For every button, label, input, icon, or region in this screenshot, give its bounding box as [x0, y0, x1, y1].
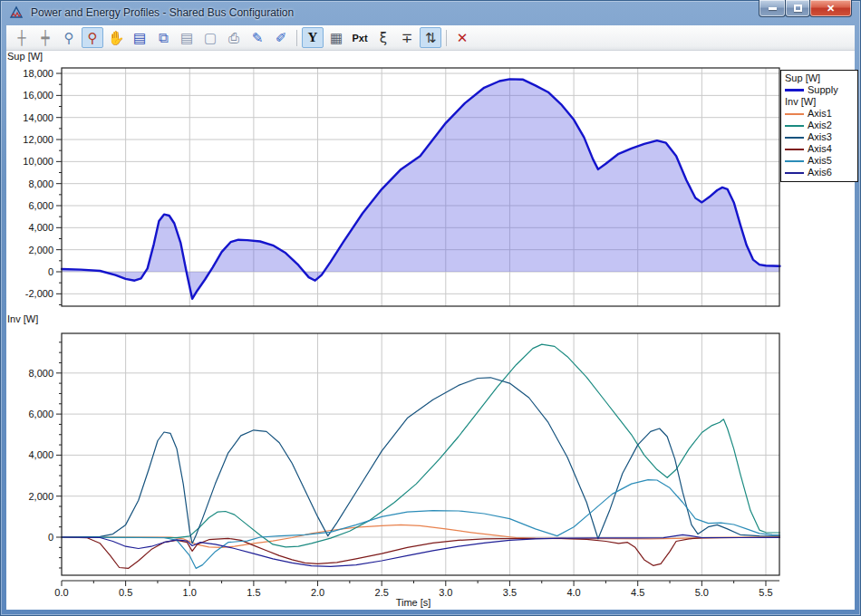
x-tick-label: 2.0	[311, 587, 324, 598]
x-tick-label: 3.0	[439, 587, 452, 598]
legend-line-sample	[785, 172, 804, 174]
window-title: Power and Energy Profiles - Shared Bus C…	[31, 6, 294, 19]
legend-entry-supply[interactable]: Supply	[785, 84, 857, 96]
legend-line-sample	[785, 160, 804, 162]
x-tick-label: 0.5	[119, 587, 132, 598]
legend-entry-axis2[interactable]: Axis2	[785, 120, 857, 131]
zoom-range-icon[interactable]: ⚲	[58, 27, 80, 48]
legend-entry-axis3[interactable]: Axis3	[785, 131, 857, 143]
print-icon[interactable]: ⎙	[223, 27, 245, 48]
charts-canvas[interactable]: -2,00002,0004,0006,0008,00010,00012,0001…	[6, 51, 855, 610]
legend-entry-axis1[interactable]: Axis1	[785, 108, 857, 120]
zoom-fit-icon[interactable]: ⚲	[82, 27, 103, 48]
legend-label: Axis1	[808, 108, 832, 120]
damper-icon[interactable]: ∓	[396, 27, 418, 48]
signals-icon[interactable]: ✕	[451, 27, 473, 48]
y-tick-label: 0	[48, 266, 53, 277]
legend-line-sample	[785, 149, 804, 150]
top-chart-ylabel: Sup [W]	[7, 51, 43, 62]
y-tick-label: 6,000	[28, 200, 53, 211]
x-tick-label: 0.0	[54, 587, 68, 598]
y-tick-label: 6,000	[28, 409, 53, 419]
x-tick-label: 4.5	[631, 587, 644, 598]
annotate-icon[interactable]: ✐	[270, 27, 292, 48]
y-tick-label: 2,000	[28, 491, 53, 502]
chart-area: -2,00002,0004,0006,0008,00010,00012,0001…	[6, 51, 855, 610]
legend-label: Axis5	[808, 155, 832, 167]
legend-header: Sup [W]	[785, 72, 857, 84]
spring-icon[interactable]: ξ	[372, 27, 394, 48]
print-preview-icon[interactable]: ▢	[199, 27, 221, 48]
sep2	[446, 30, 447, 46]
x-tick-label: 2.5	[375, 587, 389, 598]
y-tick-label: 4,000	[28, 449, 53, 460]
cursor-icon[interactable]: ┼	[11, 27, 33, 48]
legend-line-sample	[785, 137, 804, 139]
pan-icon[interactable]: ✋	[105, 27, 127, 48]
series-fill-supply	[62, 79, 780, 298]
legend-label: Axis6	[808, 167, 832, 178]
y-tick-label: 14,000	[23, 112, 53, 123]
force-icon[interactable]: ⇅	[420, 27, 441, 48]
legend-line-sample	[785, 125, 804, 127]
copy-icon[interactable]: ⧉	[152, 27, 174, 48]
app-icon	[9, 5, 24, 20]
y-tick-label: 16,000	[23, 90, 53, 101]
draw-icon[interactable]: ✎	[247, 27, 268, 48]
y-tick-label: 18,000	[23, 68, 53, 79]
x-tick-label: 1.0	[183, 587, 197, 598]
x-tick-label: 5.0	[695, 587, 709, 598]
series-line-axis3	[62, 378, 780, 544]
series-line-axis2	[62, 344, 780, 547]
minimize-button[interactable]	[759, 0, 786, 17]
pxt-icon[interactable]: Pxt	[349, 27, 371, 48]
maximize-button[interactable]	[785, 0, 810, 17]
titlebar[interactable]: Power and Energy Profiles - Shared Bus C…	[0, 0, 861, 25]
legend-entry-axis4[interactable]: Axis4	[785, 143, 857, 155]
save-icon[interactable]: ▤	[129, 27, 150, 48]
y-tick-label: 10,000	[23, 156, 53, 167]
y-tick-label: 2,000	[28, 245, 53, 255]
y-axis-icon[interactable]: Y	[302, 27, 324, 48]
legend-line-sample	[785, 89, 804, 91]
x-axis-title: Time [s]	[396, 597, 431, 608]
x-tick-label: 5.5	[759, 587, 772, 598]
x-tick-label: 1.5	[247, 587, 260, 598]
y-tick-label: 4,000	[28, 222, 53, 233]
y-tick-label: 12,000	[23, 134, 53, 145]
close-button[interactable]: ✕	[809, 0, 852, 17]
cursor-add-icon[interactable]: ┿	[34, 27, 56, 48]
y-tick-label: -2,000	[25, 288, 53, 299]
bottom-chart-ylabel: Inv [W]	[7, 313, 38, 324]
y-tick-label: 8,000	[28, 178, 53, 189]
legend: Sup [W]SupplyInv [W]Axis1Axis2Axis3Axis4…	[780, 70, 858, 182]
toolbar: ┼┿⚲⚲✋▤⧉▤▢⎙✎✐Y▦Pxtξ∓⇅✕	[6, 25, 855, 51]
x-tick-label: 3.5	[503, 587, 517, 598]
series-line-axis5	[62, 480, 780, 569]
legend-label: Axis4	[808, 143, 832, 155]
panel-icon[interactable]: ▦	[325, 27, 347, 48]
legend-label: Axis3	[808, 131, 832, 143]
legend-label: Supply	[808, 84, 838, 96]
app-window: Power and Energy Profiles - Shared Bus C…	[0, 0, 861, 616]
x-tick-label: 4.0	[566, 587, 580, 598]
legend-label: Axis2	[808, 120, 832, 131]
sep1	[296, 30, 297, 46]
y-tick-label: 8,000	[28, 368, 53, 379]
legend-entry-axis6[interactable]: Axis6	[785, 167, 857, 178]
legend-header: Inv [W]	[785, 96, 857, 108]
y-tick-label: 0	[48, 532, 53, 543]
legend-line-sample	[785, 113, 804, 115]
series-line-axis6	[62, 534, 780, 566]
properties-icon[interactable]: ▤	[176, 27, 198, 48]
legend-entry-axis5[interactable]: Axis5	[785, 155, 857, 167]
